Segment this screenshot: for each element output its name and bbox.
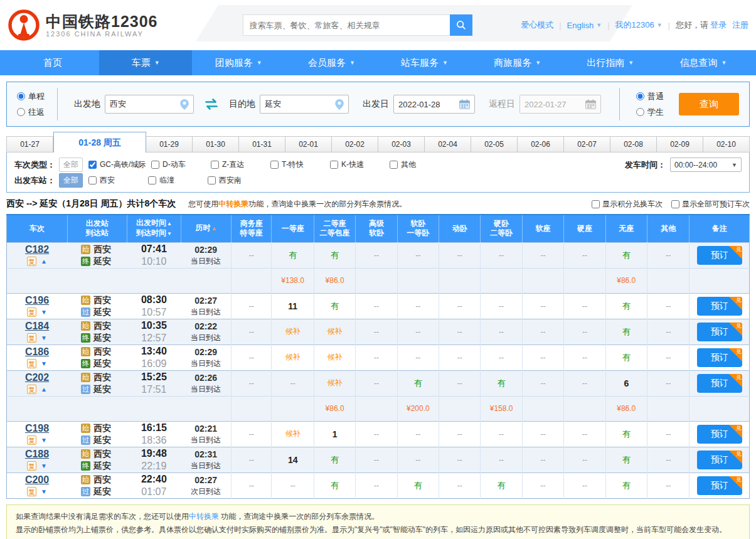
book-button[interactable]: 预订兑 <box>697 476 742 495</box>
swap-stations-button[interactable] <box>204 99 219 110</box>
depart-time-select[interactable]: 00:00--24:00 ▼ <box>670 157 742 172</box>
train-number-link[interactable]: C198 <box>7 423 67 434</box>
date-tab-02-04[interactable]: 02-04 <box>425 136 471 152</box>
return-date-input[interactable]: 2022-01-27 <box>519 95 601 114</box>
train-type-D-动车[interactable]: D-动车 <box>151 159 211 170</box>
date-tab-01-27[interactable]: 01-27 <box>6 136 53 152</box>
station-checkbox[interactable] <box>88 176 97 184</box>
toggle-checkbox[interactable] <box>671 200 679 208</box>
sort-asc-icon[interactable]: ▲ <box>167 221 172 227</box>
from-station-input[interactable]: 西安 <box>105 95 194 114</box>
trip-type-oneway[interactable]: 单程 <box>17 91 45 102</box>
toggle-checkbox[interactable] <box>592 200 600 208</box>
book-button[interactable]: 预订兑 <box>697 323 742 341</box>
date-tab-02-01[interactable]: 02-01 <box>285 136 332 152</box>
expand-icon[interactable]: ▼ <box>41 437 47 444</box>
date-tab-02-06[interactable]: 02-06 <box>518 136 564 152</box>
logo[interactable]: 中国铁路12306 12306 CHINA RAILWAY <box>8 9 158 41</box>
column-header-出发时间[interactable]: 出发时间▲到达时间▼ <box>127 215 181 242</box>
train-number-link[interactable]: C188 <box>7 449 67 460</box>
train-type-checkbox[interactable] <box>88 161 97 169</box>
train-type-K-快速[interactable]: K-快速 <box>330 159 390 170</box>
nav-item-车票[interactable]: 车票▼ <box>99 50 192 75</box>
train-number-link[interactable]: C200 <box>7 474 67 486</box>
transfer-link[interactable]: 中转换乘 <box>218 200 248 208</box>
train-type-checkbox[interactable] <box>151 161 159 169</box>
date-tab-02-02[interactable]: 02-02 <box>332 136 378 152</box>
student-radio[interactable] <box>636 108 644 116</box>
book-button[interactable]: 预订兑 <box>697 348 742 367</box>
roundtrip-radio[interactable] <box>17 108 25 116</box>
expand-icon[interactable]: ▼ <box>41 488 47 495</box>
oneway-radio[interactable] <box>17 92 25 100</box>
train-type-checkbox[interactable] <box>211 161 219 169</box>
train-type-GC-高铁/城际[interactable]: GC-高铁/城际 <box>88 159 151 170</box>
trip-type-roundtrip[interactable]: 往返 <box>17 107 45 118</box>
train-type-checkbox[interactable] <box>390 161 398 169</box>
normal-radio[interactable] <box>636 92 644 100</box>
query-button[interactable]: 查询 <box>679 93 739 115</box>
train-type-all-button[interactable]: 全部 <box>59 157 83 172</box>
to-station-input[interactable]: 延安 <box>260 95 349 114</box>
nav-item-出行指南[interactable]: 出行指南▼ <box>564 50 657 75</box>
expand-icon[interactable]: ▼ <box>41 462 47 469</box>
date-tab-02-09[interactable]: 02-09 <box>657 136 703 152</box>
toggle-显示积分兑换车次[interactable]: 显示积分兑换车次 <box>592 199 663 210</box>
train-number-link[interactable]: C184 <box>7 321 67 332</box>
station-checkbox[interactable] <box>148 176 156 184</box>
sort-desc-icon[interactable]: ▼ <box>167 231 172 237</box>
date-tab-02-03[interactable]: 02-03 <box>378 136 425 152</box>
passenger-type-student[interactable]: 学生 <box>636 107 664 118</box>
collapse-icon[interactable]: ▲ <box>41 386 47 393</box>
collapse-icon[interactable]: ▲ <box>41 258 47 265</box>
care-mode-link[interactable]: 爱心模式 <box>521 19 553 31</box>
station-checkbox[interactable] <box>208 176 216 184</box>
nav-item-会员服务[interactable]: 会员服务▼ <box>285 50 378 75</box>
sort-asc-icon[interactable]: ▲ <box>211 225 216 232</box>
depart-station-all-button[interactable]: 全部 <box>59 173 83 188</box>
column-header-历时[interactable]: 历时▲ <box>181 215 231 242</box>
train-number-link[interactable]: C202 <box>7 372 67 383</box>
station-临潼[interactable]: 临潼 <box>148 175 208 186</box>
expand-icon[interactable]: ▼ <box>41 360 47 367</box>
nav-item-首页[interactable]: 首页 <box>6 50 99 75</box>
train-type-checkbox[interactable] <box>330 161 338 169</box>
train-number-link[interactable]: C186 <box>7 346 67 358</box>
date-tab-01-31[interactable]: 01-31 <box>239 136 285 152</box>
my-12306-menu[interactable]: 我的12306 ▼ <box>615 19 663 31</box>
date-tab-02-08[interactable]: 02-08 <box>610 136 657 152</box>
register-link[interactable]: 注册 <box>732 19 748 31</box>
train-number-link[interactable]: C196 <box>7 295 67 306</box>
depart-date-input[interactable]: 2022-01-28 <box>393 95 475 114</box>
book-button[interactable]: 预订兑 <box>697 246 742 265</box>
date-tab-01-28 周五[interactable]: 01-28 周五 <box>53 132 146 152</box>
transfer-link[interactable]: 中转换乘 <box>189 512 219 521</box>
nav-item-团购服务[interactable]: 团购服务▼ <box>192 50 285 75</box>
train-type-其他[interactable]: 其他 <box>390 159 449 170</box>
date-tab-02-07[interactable]: 02-07 <box>564 136 610 152</box>
nav-item-信息查询[interactable]: 信息查询▼ <box>657 50 750 75</box>
toggle-显示全部可预订车次[interactable]: 显示全部可预订车次 <box>671 199 750 210</box>
train-number-link[interactable]: C182 <box>7 244 67 255</box>
expand-icon[interactable]: ▼ <box>41 309 47 316</box>
book-button[interactable]: 预订兑 <box>697 425 742 444</box>
expand-icon[interactable]: ▼ <box>41 334 47 341</box>
date-tab-01-30[interactable]: 01-30 <box>193 136 239 152</box>
book-button[interactable]: 预订兑 <box>697 297 742 316</box>
login-link[interactable]: 登录 <box>710 19 727 31</box>
date-tab-02-10[interactable]: 02-10 <box>703 136 750 152</box>
book-button[interactable]: 预订兑 <box>697 374 742 393</box>
passenger-type-normal[interactable]: 普通 <box>636 91 664 102</box>
station-西安南[interactable]: 西安南 <box>208 175 267 186</box>
nav-item-站车服务[interactable]: 站车服务▼ <box>378 50 471 75</box>
train-type-T-特快[interactable]: T-特快 <box>270 159 330 170</box>
station-西安[interactable]: 西安 <box>88 175 148 186</box>
train-type-Z-直达[interactable]: Z-直达 <box>211 159 270 170</box>
book-button[interactable]: 预订兑 <box>697 451 742 469</box>
search-button[interactable] <box>450 14 472 36</box>
train-type-checkbox[interactable] <box>270 161 279 169</box>
date-tab-01-29[interactable]: 01-29 <box>146 136 193 152</box>
date-tab-02-05[interactable]: 02-05 <box>471 136 518 152</box>
language-menu[interactable]: English ▼ <box>567 21 602 30</box>
nav-item-商旅服务[interactable]: 商旅服务▼ <box>471 50 564 75</box>
